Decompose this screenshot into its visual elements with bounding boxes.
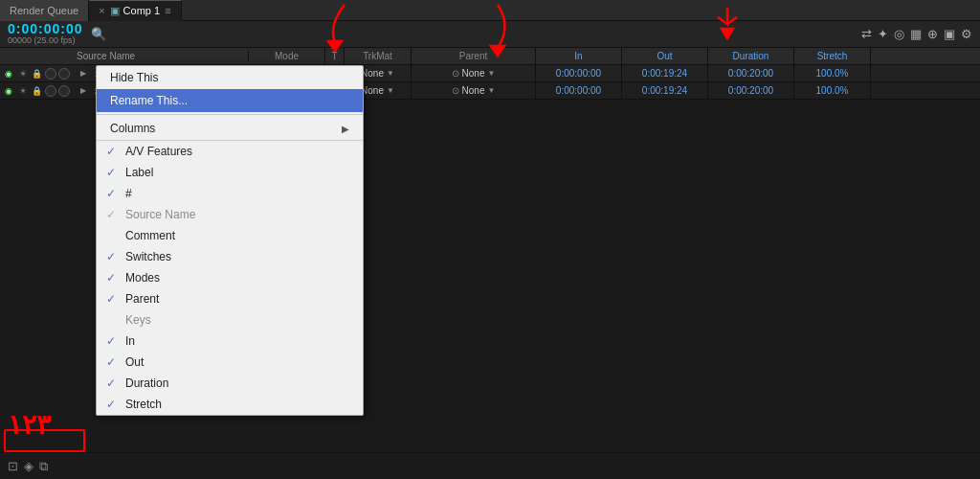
layer-controls-1: ◉ ☀ 🔒 bbox=[0, 67, 77, 80]
col-check-in bbox=[106, 334, 120, 348]
comp-icon: ▣ bbox=[110, 5, 120, 17]
search-icon[interactable]: 🔍 bbox=[91, 27, 106, 41]
switch2-icon[interactable] bbox=[58, 85, 70, 97]
layer-expand-1[interactable]: ▶ bbox=[77, 67, 90, 80]
tab-close-icon[interactable]: × bbox=[99, 5, 104, 16]
col-check-switches bbox=[106, 250, 120, 263]
render-queue-label: Render Queue bbox=[10, 5, 78, 16]
grid-icon[interactable]: ▦ bbox=[910, 27, 922, 41]
ctx-separator bbox=[97, 114, 363, 115]
comp1-tab[interactable]: × ▣ Comp 1 ≡ bbox=[89, 0, 181, 21]
parent-link-icon-2: ⊙ bbox=[452, 85, 459, 96]
col-item-duration[interactable]: Duration bbox=[97, 373, 363, 394]
parent-arrow-2: ▼ bbox=[487, 86, 495, 95]
source-name-header: Source Name bbox=[0, 51, 249, 61]
trikmat-arrow-2: ▼ bbox=[387, 86, 394, 95]
out-cell-2[interactable]: 0:00:19:24 bbox=[622, 82, 708, 99]
in-header: In bbox=[536, 48, 622, 64]
switch-icon[interactable] bbox=[45, 85, 56, 97]
col-check-sourcename bbox=[106, 208, 120, 221]
duration-header: Duration bbox=[708, 48, 794, 64]
col-check-num bbox=[106, 187, 120, 200]
switch-icon[interactable] bbox=[45, 68, 56, 80]
col-check-duration bbox=[106, 376, 120, 390]
layer-expand-2[interactable]: ▶ bbox=[77, 84, 90, 98]
parent-header: Parent bbox=[412, 48, 536, 64]
render-queue-tab[interactable]: Render Queue bbox=[0, 0, 89, 21]
col-item-comment[interactable]: Comment bbox=[97, 225, 363, 246]
col-item-sourcename[interactable]: Source Name bbox=[97, 204, 363, 225]
title-bar: Render Queue × ▣ Comp 1 ≡ bbox=[0, 0, 980, 21]
bottom-icon-1[interactable]: ⊡ bbox=[8, 459, 18, 473]
mode-header: Mode bbox=[249, 48, 325, 64]
bottom-icon-3[interactable]: ⧉ bbox=[39, 459, 48, 474]
col-item-parent[interactable]: Parent bbox=[97, 288, 363, 309]
lens-icon[interactable]: ⊕ bbox=[927, 27, 938, 41]
duration-cell-2[interactable]: 0:00:20:00 bbox=[708, 82, 794, 99]
col-item-in[interactable]: In bbox=[97, 331, 363, 352]
fps-label: 00000 (25.00 fps) bbox=[8, 36, 83, 46]
star-icon[interactable]: ✦ bbox=[878, 27, 888, 41]
col-item-switches[interactable]: Switches bbox=[97, 246, 363, 267]
col-check-parent bbox=[106, 292, 120, 306]
switch2-icon[interactable] bbox=[58, 68, 70, 80]
col-check-modes bbox=[106, 271, 120, 285]
duration-cell-1[interactable]: 0:00:20:00 bbox=[708, 65, 794, 81]
col-check-out bbox=[106, 355, 120, 369]
circle-icon[interactable]: ◎ bbox=[894, 27, 904, 41]
timecode-display[interactable]: 0:00:00:00 bbox=[8, 22, 83, 36]
eye-icon[interactable]: ◉ bbox=[2, 67, 14, 80]
rename-this-item[interactable]: Rename This... bbox=[97, 89, 363, 112]
columns-submenu: A/V Features Label # Source Name Comment… bbox=[97, 140, 363, 415]
stretch-cell-1[interactable]: 100.0% bbox=[794, 65, 871, 81]
parent-cell-2[interactable]: ⊙ None ▼ bbox=[412, 82, 536, 99]
comp1-tab-label: Comp 1 bbox=[123, 5, 161, 16]
context-menu: Hide This Rename This... Columns ▶ A/V F… bbox=[96, 65, 364, 416]
col-check-label bbox=[106, 166, 120, 179]
out-header: Out bbox=[622, 48, 708, 64]
annotation-rect bbox=[4, 429, 85, 452]
lock-icon[interactable]: 🔒 bbox=[31, 84, 43, 97]
in-cell-1[interactable]: 0:00:00:00 bbox=[536, 65, 622, 81]
right-headers: Mode T TrkMat Parent In Out Duration Str… bbox=[249, 48, 980, 64]
settings-icon[interactable]: ⚙ bbox=[961, 27, 972, 41]
col-check-stretch bbox=[106, 398, 120, 411]
parent-cell-1[interactable]: ⊙ None ▼ bbox=[412, 65, 536, 81]
screen-icon[interactable]: ▣ bbox=[944, 27, 955, 41]
trikmat-arrow-1: ▼ bbox=[387, 69, 394, 78]
tab-menu-icon[interactable]: ≡ bbox=[165, 5, 170, 16]
toolbar-right-icons: ⇄ ✦ ◎ ▦ ⊕ ▣ ⚙ bbox=[861, 27, 972, 41]
col-item-keys[interactable]: Keys bbox=[97, 309, 363, 331]
solo-icon[interactable]: ☀ bbox=[16, 67, 29, 80]
col-check-av bbox=[106, 145, 120, 158]
transfer-icon[interactable]: ⇄ bbox=[861, 27, 872, 41]
t-header: T bbox=[325, 48, 345, 64]
column-headers: Source Name Mode T TrkMat Parent In Out … bbox=[0, 48, 980, 65]
stretch-header: Stretch bbox=[794, 48, 871, 64]
col-item-label[interactable]: Label bbox=[97, 162, 363, 183]
in-cell-2[interactable]: 0:00:00:00 bbox=[536, 82, 622, 99]
columns-item[interactable]: Columns ▶ bbox=[97, 117, 363, 140]
submenu-arrow-icon: ▶ bbox=[342, 124, 349, 134]
parent-link-icon-1: ⊙ bbox=[452, 68, 459, 79]
timeline-toolbar: 0:00:00:00 00000 (25.00 fps) 🔍 ⇄ ✦ ◎ ▦ ⊕… bbox=[0, 21, 980, 48]
stretch-cell-2[interactable]: 100.0% bbox=[794, 82, 871, 99]
col-item-num[interactable]: # bbox=[97, 183, 363, 204]
col-item-modes[interactable]: Modes bbox=[97, 267, 363, 288]
solo-icon[interactable]: ☀ bbox=[16, 84, 29, 97]
hide-this-item[interactable]: Hide This bbox=[97, 66, 363, 89]
bottom-bar: ⊡ ◈ ⧉ bbox=[0, 452, 980, 479]
bottom-icon-2[interactable]: ◈ bbox=[24, 459, 33, 473]
lock-icon[interactable]: 🔒 bbox=[31, 67, 43, 80]
eye-icon[interactable]: ◉ bbox=[2, 84, 14, 97]
parent-arrow-1: ▼ bbox=[487, 69, 495, 78]
col-item-out[interactable]: Out bbox=[97, 352, 363, 373]
col-item-stretch[interactable]: Stretch bbox=[97, 394, 363, 415]
col-item-av[interactable]: A/V Features bbox=[97, 141, 363, 162]
layer-controls-2: ◉ ☀ 🔒 bbox=[0, 84, 77, 97]
annotation-number: ۱۲۳ bbox=[8, 409, 51, 441]
out-cell-1[interactable]: 0:00:19:24 bbox=[622, 65, 708, 81]
trikmat-header: TrkMat bbox=[345, 48, 412, 64]
